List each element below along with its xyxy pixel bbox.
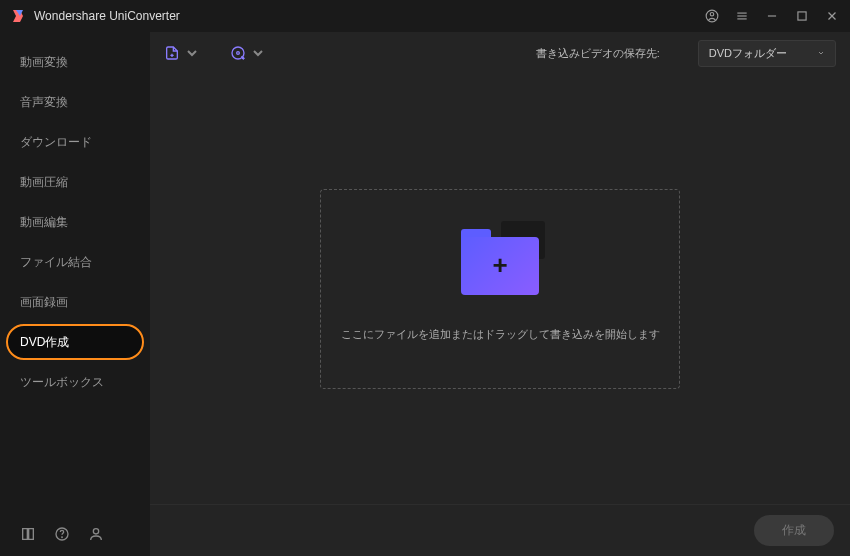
help-icon[interactable] <box>54 526 70 542</box>
svg-point-13 <box>237 52 240 55</box>
sidebar-item-5[interactable]: ファイル結合 <box>0 242 150 282</box>
sidebar-item-label: 画面録画 <box>20 294 68 311</box>
account-icon[interactable] <box>704 8 720 24</box>
sidebar-item-label: DVD作成 <box>20 334 69 351</box>
titlebar: Wondershare UniConverter <box>0 0 850 32</box>
main-panel: 書き込みビデオの保存先: DVDフォルダー + ここにファイルを追加または <box>150 32 850 556</box>
close-icon[interactable] <box>824 8 840 24</box>
save-destination-dropdown[interactable]: DVDフォルダー <box>698 40 836 67</box>
sidebar-item-0[interactable]: 動画変換 <box>0 42 150 82</box>
sidebar-item-6[interactable]: 画面録画 <box>0 282 150 322</box>
dropzone-text: ここにファイルを追加またはドラッグして書き込みを開始します <box>341 327 660 342</box>
create-button[interactable]: 作成 <box>754 515 834 546</box>
maximize-icon[interactable] <box>794 8 810 24</box>
sidebar-item-1[interactable]: 音声変換 <box>0 82 150 122</box>
chevron-down-icon <box>817 49 825 57</box>
svg-point-11 <box>93 529 98 534</box>
sidebar-item-label: 動画編集 <box>20 214 68 231</box>
sidebar-item-label: ファイル結合 <box>20 254 92 271</box>
sidebar-item-label: 動画変換 <box>20 54 68 71</box>
chevron-down-icon <box>250 45 266 61</box>
svg-point-10 <box>62 537 63 538</box>
menu-icon[interactable] <box>734 8 750 24</box>
sidebar: 動画変換音声変換ダウンロード動画圧縮動画編集ファイル結合画面録画DVD作成ツール… <box>0 32 150 556</box>
add-file-button[interactable] <box>164 45 200 61</box>
sidebar-item-8[interactable]: ツールボックス <box>0 362 150 402</box>
footer: 作成 <box>150 504 850 556</box>
sidebar-item-label: 動画圧縮 <box>20 174 68 191</box>
add-disc-button[interactable] <box>230 45 266 61</box>
sidebar-item-4[interactable]: 動画編集 <box>0 202 150 242</box>
chevron-down-icon <box>184 45 200 61</box>
sidebar-item-2[interactable]: ダウンロード <box>0 122 150 162</box>
minimize-icon[interactable] <box>764 8 780 24</box>
add-folder-icon: + <box>461 237 539 301</box>
save-destination-label: 書き込みビデオの保存先: <box>536 46 660 61</box>
guide-icon[interactable] <box>20 526 36 542</box>
app-logo-icon <box>10 8 26 24</box>
sidebar-item-label: ツールボックス <box>20 374 104 391</box>
sidebar-item-7[interactable]: DVD作成 <box>0 322 150 362</box>
svg-point-1 <box>710 13 714 17</box>
sidebar-item-label: 音声変換 <box>20 94 68 111</box>
toolbar: 書き込みビデオの保存先: DVDフォルダー <box>150 32 850 74</box>
dropdown-value: DVDフォルダー <box>709 46 787 61</box>
file-dropzone[interactable]: + ここにファイルを追加またはドラッグして書き込みを開始します <box>320 189 680 389</box>
sidebar-item-3[interactable]: 動画圧縮 <box>0 162 150 202</box>
svg-rect-6 <box>798 12 806 20</box>
sidebar-item-label: ダウンロード <box>20 134 92 151</box>
feedback-icon[interactable] <box>88 526 104 542</box>
app-title: Wondershare UniConverter <box>34 9 704 23</box>
